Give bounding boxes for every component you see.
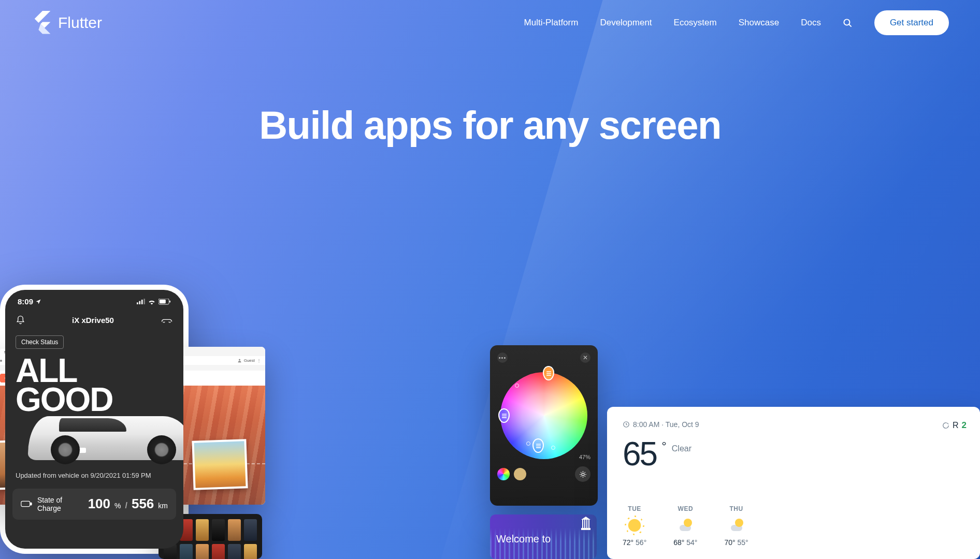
more-icon: ••• bbox=[497, 352, 508, 363]
get-started-button[interactable]: Get started bbox=[874, 10, 949, 35]
game-thumb bbox=[228, 544, 241, 559]
color-pin-orange bbox=[543, 366, 554, 380]
showcase-color-picker: ••• ✕ 47% bbox=[490, 345, 598, 506]
svg-rect-17 bbox=[588, 520, 589, 528]
phone-updated-text: Updated from vehicle on 9/20/2021 01:59 … bbox=[5, 467, 183, 483]
welcome-text: Welcome to bbox=[496, 533, 590, 545]
svg-rect-13 bbox=[581, 528, 590, 530]
game-thumb bbox=[196, 544, 209, 559]
close-icon: ✕ bbox=[580, 352, 590, 363]
soc-unit: % bbox=[114, 502, 121, 510]
battery-icon bbox=[158, 299, 171, 305]
svg-rect-9 bbox=[169, 300, 170, 302]
svg-rect-4 bbox=[139, 301, 140, 304]
phone-app-bar: iX xDrive50 bbox=[5, 309, 183, 331]
search-icon[interactable] bbox=[843, 18, 853, 28]
main-nav: Multi-Platform Development Ecosystem Sho… bbox=[524, 10, 949, 35]
color-pin-purple bbox=[498, 408, 510, 423]
soc-value: 100 bbox=[88, 496, 110, 512]
svg-rect-6 bbox=[143, 299, 145, 304]
soc-label: State of Charge bbox=[37, 496, 88, 512]
game-thumb bbox=[244, 544, 257, 559]
phone-app-title: iX xDrive50 bbox=[72, 316, 114, 325]
svg-rect-8 bbox=[160, 299, 166, 303]
game-thumb bbox=[212, 519, 225, 541]
svg-point-2 bbox=[239, 359, 240, 361]
range-unit: km bbox=[158, 502, 168, 510]
photo-van bbox=[192, 439, 248, 490]
weather-time: 8:00 AM · Tue, Oct 9 bbox=[623, 420, 964, 429]
color-wheel bbox=[500, 372, 587, 459]
weather-condition: Clear bbox=[672, 444, 691, 453]
color-pin-blue bbox=[532, 438, 544, 453]
svg-point-0 bbox=[844, 19, 849, 25]
svg-rect-15 bbox=[584, 520, 585, 528]
weather-forecast: TUE 72° 56° WED 68° 54° THU 70° 55° bbox=[623, 505, 964, 547]
weather-right-metric: R 2 bbox=[942, 420, 967, 431]
nav-multi-platform[interactable]: Multi-Platform bbox=[524, 18, 579, 28]
game-thumb bbox=[196, 519, 209, 541]
nav-showcase[interactable]: Showcase bbox=[739, 18, 779, 28]
forecast-day: WED 68° 54° bbox=[673, 505, 697, 547]
check-status-button: Check Status bbox=[16, 335, 64, 349]
svg-rect-11 bbox=[31, 503, 32, 505]
showcase-weather-card: 8:00 AM · Tue, Oct 9 65 ° Clear R 2 TUE … bbox=[607, 407, 980, 559]
svg-rect-3 bbox=[137, 302, 138, 304]
game-thumb bbox=[244, 519, 257, 541]
state-of-charge-card: State of Charge 100 % / 556 km bbox=[12, 489, 176, 520]
cellular-icon bbox=[137, 299, 145, 304]
nav-development[interactable]: Development bbox=[600, 18, 652, 28]
game-thumb bbox=[180, 544, 193, 559]
wifi-icon bbox=[148, 299, 156, 305]
battery-outline-icon bbox=[21, 501, 32, 507]
phone-status-bar: 8:09 bbox=[5, 290, 183, 309]
brightness-icon bbox=[575, 466, 590, 482]
nav-ecosystem[interactable]: Ecosystem bbox=[674, 18, 717, 28]
nav-docs[interactable]: Docs bbox=[801, 18, 821, 28]
svg-line-1 bbox=[849, 24, 852, 26]
browser-user-chip: Guest ⋮ bbox=[237, 358, 261, 363]
header: Flutter Multi-Platform Development Ecosy… bbox=[0, 0, 980, 46]
range-value: 556 bbox=[132, 496, 154, 512]
swatch-warm bbox=[514, 468, 526, 480]
svg-rect-10 bbox=[21, 502, 30, 507]
phone-headline: ALL GOOD bbox=[5, 349, 183, 415]
clock-icon bbox=[623, 421, 630, 428]
showcase-phone: 8:09 iX xDrive50 Check Status ALL GOOD bbox=[0, 285, 189, 554]
device-showcase: flutter folio × flutterfolio.com/vacatio… bbox=[0, 285, 980, 559]
forecast-day: TUE 72° 56° bbox=[623, 505, 646, 547]
bell-icon bbox=[16, 315, 25, 325]
partly-cloudy-icon bbox=[729, 518, 744, 533]
svg-rect-5 bbox=[141, 300, 143, 304]
location-arrow-icon bbox=[35, 299, 41, 305]
car-outline-icon bbox=[161, 317, 173, 324]
showcase-welcome-card: Welcome to bbox=[490, 514, 597, 559]
user-icon bbox=[237, 358, 242, 363]
hero-heading: Build apps for any screen bbox=[0, 102, 980, 148]
browser-back-icon bbox=[0, 360, 2, 362]
game-thumb bbox=[228, 519, 241, 541]
building-icon bbox=[581, 517, 590, 530]
degree-icon: ° bbox=[661, 439, 667, 453]
weather-temp: 65 bbox=[623, 435, 656, 473]
sun-icon bbox=[627, 518, 642, 533]
svg-rect-14 bbox=[582, 520, 583, 528]
refresh-icon bbox=[942, 422, 949, 429]
flutter-logo-icon bbox=[31, 11, 51, 35]
svg-rect-16 bbox=[586, 520, 587, 528]
forecast-day: THU 70° 55° bbox=[724, 505, 748, 547]
svg-point-12 bbox=[582, 473, 584, 476]
swatch-rainbow bbox=[497, 468, 510, 480]
partly-cloudy-icon bbox=[678, 518, 693, 533]
brand-name: Flutter bbox=[58, 14, 102, 32]
car-illustration bbox=[5, 405, 183, 467]
flutter-logo[interactable]: Flutter bbox=[31, 11, 102, 35]
browser-menu-icon: ⋮ bbox=[257, 358, 261, 363]
game-thumb bbox=[212, 544, 225, 559]
phone-time: 8:09 bbox=[18, 297, 33, 306]
